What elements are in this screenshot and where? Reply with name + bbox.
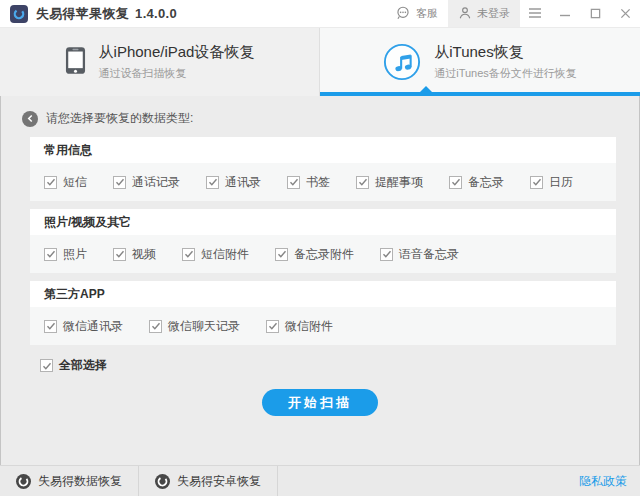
app-version: 1.4.0.0	[135, 6, 177, 21]
minimize-button[interactable]	[550, 0, 580, 27]
checkbox-label: 书签	[306, 174, 330, 191]
support-label: 客服	[416, 6, 438, 21]
checkbox-item[interactable]: 微信通讯录	[44, 318, 123, 335]
checkbox[interactable]	[113, 248, 126, 261]
app-title: 失易得苹果恢复1.4.0.0	[36, 5, 177, 23]
sections: 常用信息短信通话记录通讯录书签提醒事项备忘录日历照片/视频及其它照片视频短信附件…	[0, 137, 640, 345]
section-title: 常用信息	[30, 137, 616, 163]
tab-texts: 从iTunes恢复 通过iTunes备份文件进行恢复	[434, 43, 577, 81]
tab-itunes-recovery[interactable]: 从iTunes恢复 通过iTunes备份文件进行恢复	[320, 28, 640, 96]
checkbox-item[interactable]: 全部选择	[40, 357, 640, 374]
footer-app-label: 失易得安卓恢复	[177, 473, 261, 490]
checkbox-label: 日历	[549, 174, 573, 191]
footer-app-link[interactable]: 失易得数据恢复	[0, 466, 139, 496]
checkbox[interactable]	[287, 176, 300, 189]
menu-button[interactable]	[520, 0, 550, 27]
titlebar-controls: 客服 未登录	[385, 0, 640, 27]
login-label: 未登录	[477, 6, 510, 21]
section-panel: 常用信息短信通话记录通讯录书签提醒事项备忘录日历	[30, 137, 616, 201]
checkbox-item[interactable]: 短信附件	[182, 246, 249, 263]
checkbox[interactable]	[275, 248, 288, 261]
checkbox-label: 通话记录	[132, 174, 180, 191]
maximize-icon	[590, 5, 601, 23]
checkbox-label: 微信聊天记录	[168, 318, 240, 335]
checkbox-row: 微信通讯录微信聊天记录微信附件	[30, 307, 616, 345]
checkbox-label: 语音备忘录	[399, 246, 459, 263]
checkbox-label: 备忘录	[468, 174, 504, 191]
checkbox[interactable]	[380, 248, 393, 261]
checkbox[interactable]	[44, 320, 57, 333]
checkbox[interactable]	[206, 176, 219, 189]
support-chat-icon	[395, 6, 411, 22]
active-tab-caret	[420, 86, 432, 92]
checkbox-item[interactable]: 通讯录	[206, 174, 261, 191]
app-logo-icon	[10, 5, 28, 23]
checkbox[interactable]	[182, 248, 195, 261]
checkbox[interactable]	[266, 320, 279, 333]
checkbox-item[interactable]: 短信	[44, 174, 87, 191]
section-panel: 第三方APP微信通讯录微信聊天记录微信附件	[30, 281, 616, 345]
back-button[interactable]	[22, 111, 38, 127]
footer-bar: 失易得数据恢复失易得安卓恢复 隐私政策	[0, 465, 640, 496]
checkbox-label: 照片	[63, 246, 87, 263]
prompt-text: 请您选择要恢复的数据类型:	[46, 110, 193, 127]
start-scan-button[interactable]: 开始扫描	[262, 389, 378, 416]
tab-iphone-device-recovery[interactable]: 从iPhone/iPad设备恢复 通过设备扫描恢复	[0, 28, 320, 96]
checkbox-label: 视频	[132, 246, 156, 263]
maximize-button[interactable]	[580, 0, 610, 27]
checkbox-item[interactable]: 视频	[113, 246, 156, 263]
select-all-row: 全部选择	[40, 357, 640, 374]
close-icon	[620, 5, 631, 23]
checkbox[interactable]	[40, 359, 53, 372]
checkbox-item[interactable]: 日历	[530, 174, 573, 191]
checkbox-label: 提醒事项	[375, 174, 423, 191]
menu-icon	[528, 5, 542, 23]
section-title: 第三方APP	[30, 281, 616, 307]
checkbox-row: 短信通话记录通讯录书签提醒事项备忘录日历	[30, 163, 616, 201]
checkbox-item[interactable]: 照片	[44, 246, 87, 263]
privacy-policy-link[interactable]: 隐私政策	[579, 473, 640, 490]
checkbox-item[interactable]: 微信聊天记录	[149, 318, 240, 335]
checkbox-item[interactable]: 提醒事项	[356, 174, 423, 191]
checkbox[interactable]	[149, 320, 162, 333]
footer-app-label: 失易得数据恢复	[38, 473, 122, 490]
itunes-tab-icon	[383, 43, 421, 81]
checkbox[interactable]	[356, 176, 369, 189]
app-name: 失易得苹果恢复	[36, 6, 129, 21]
checkbox-label: 通讯录	[225, 174, 261, 191]
tab-itunes-sublabel: 通过iTunes备份文件进行恢复	[434, 66, 577, 81]
tab-texts: 从iPhone/iPad设备恢复 通过设备扫描恢复	[99, 43, 255, 81]
main-content: 请您选择要恢复的数据类型: 常用信息短信通话记录通讯录书签提醒事项备忘录日历照片…	[0, 96, 640, 416]
checkbox-item[interactable]: 通话记录	[113, 174, 180, 191]
checkbox-item[interactable]: 备忘录附件	[275, 246, 354, 263]
tab-iphone-label: 从iPhone/iPad设备恢复	[99, 43, 255, 62]
app-window: 失易得苹果恢复1.4.0.0 客服	[0, 0, 640, 496]
scan-row: 开始扫描	[0, 389, 640, 416]
checkbox-item[interactable]: 微信附件	[266, 318, 333, 335]
footer-app-icon	[155, 474, 170, 489]
checkbox-item[interactable]: 语音备忘录	[380, 246, 459, 263]
checkbox-item[interactable]: 书签	[287, 174, 330, 191]
login-button[interactable]: 未登录	[448, 0, 520, 27]
checkbox[interactable]	[44, 248, 57, 261]
checkbox-item[interactable]: 备忘录	[449, 174, 504, 191]
close-button[interactable]	[610, 0, 640, 27]
section-panel: 照片/视频及其它照片视频短信附件备忘录附件语音备忘录	[30, 209, 616, 273]
support-button[interactable]: 客服	[385, 0, 448, 27]
footer-app-icon	[16, 474, 31, 489]
section-title: 照片/视频及其它	[30, 209, 616, 235]
minimize-icon	[559, 5, 571, 23]
checkbox[interactable]	[530, 176, 543, 189]
checkbox[interactable]	[449, 176, 462, 189]
checkbox-label: 短信	[63, 174, 87, 191]
footer-app-link[interactable]: 失易得安卓恢复	[139, 466, 278, 496]
checkbox[interactable]	[113, 176, 126, 189]
iphone-tab-icon	[65, 46, 86, 79]
footer-links: 失易得数据恢复失易得安卓恢复	[0, 466, 278, 496]
checkbox-label: 短信附件	[201, 246, 249, 263]
active-tab-underline	[320, 92, 640, 96]
tab-iphone-sublabel: 通过设备扫描恢复	[99, 66, 255, 81]
checkbox[interactable]	[44, 176, 57, 189]
titlebar: 失易得苹果恢复1.4.0.0 客服	[0, 0, 640, 28]
checkbox-label: 微信通讯录	[63, 318, 123, 335]
